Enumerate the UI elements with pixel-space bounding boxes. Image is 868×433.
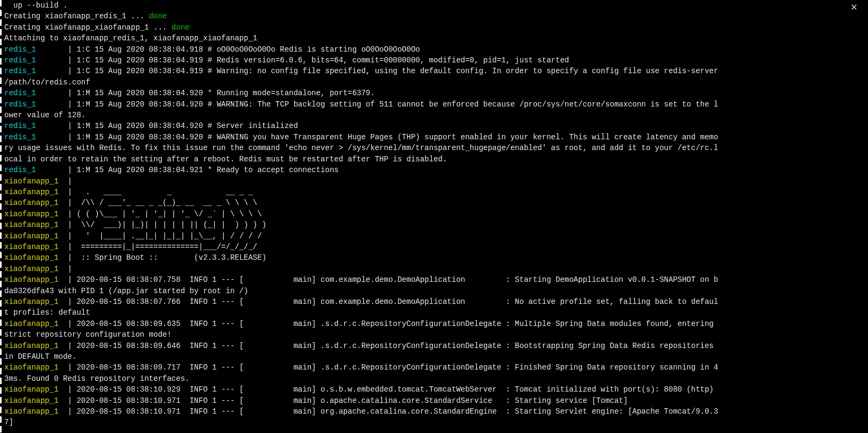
terminal-text: xiaofanapp_1 bbox=[4, 253, 68, 262]
terminal-text: ocal in order to retain the setting afte… bbox=[4, 155, 447, 164]
terminal-line: ry usage issues with Redis. To fix this … bbox=[4, 143, 868, 153]
terminal-line: xiaofanapp_1 | 2020-08-15 08:38:09.646 I… bbox=[4, 340, 868, 351]
terminal-text: | bbox=[68, 177, 72, 186]
terminal-text: xiaofanapp_1 bbox=[4, 198, 68, 207]
terminal-text: 2020-08-15 08:38:10.971 INFO 1 --- [ mai… bbox=[72, 407, 718, 416]
terminal-text: | bbox=[68, 100, 72, 109]
terminal-text: | bbox=[68, 396, 72, 405]
terminal-line: t profiles: default bbox=[4, 307, 868, 318]
terminal-line: xiaofanapp_1 | 2020-08-15 08:38:07.758 I… bbox=[4, 274, 868, 285]
terminal-text: ry usage issues with Redis. To fix this … bbox=[4, 144, 718, 152]
terminal-text: 1:C 15 Aug 2020 08:38:04.918 # oO0OoO0Oo… bbox=[72, 45, 420, 54]
terminal-text: . ____ _ __ _ _ bbox=[72, 188, 253, 196]
terminal-text: redis_1 bbox=[4, 89, 68, 97]
terminal-line: xiaofanapp_1 | 2020-08-15 08:38:09.635 I… bbox=[4, 318, 868, 329]
terminal-text: xiaofanapp_1 bbox=[4, 221, 68, 229]
terminal-line: redis_1 | 1:C 15 Aug 2020 08:38:04.919 #… bbox=[4, 66, 868, 76]
terminal-text: | bbox=[68, 89, 72, 97]
terminal-line: Creating xiaofanapp_redis_1 ... done bbox=[4, 11, 868, 22]
terminal-text: 2020-08-15 08:38:09.646 INFO 1 --- [ mai… bbox=[72, 342, 718, 350]
terminal-text: 1:M 15 Aug 2020 08:38:04.920 # WARNING y… bbox=[72, 133, 718, 141]
terminal-text: 3ms. Found 0 Redis repository interfaces… bbox=[4, 374, 189, 383]
terminal-line: redis_1 | 1:M 15 Aug 2020 08:38:04.920 #… bbox=[4, 132, 868, 143]
terminal-text: redis_1 bbox=[4, 166, 68, 174]
terminal-text: | bbox=[68, 407, 72, 416]
terminal-text: =========|_|==============|___/=/_/_/_/ bbox=[72, 243, 257, 251]
terminal-text: /\\ / ___'_ __ _ _(_)_ __ __ _ \ \ \ \ bbox=[72, 198, 257, 207]
terminal-text: 2020-08-15 08:38:07.758 INFO 1 --- [ mai… bbox=[72, 275, 718, 284]
terminal-text: xiaofanapp_1 bbox=[4, 243, 68, 251]
terminal-text: | bbox=[68, 385, 72, 394]
terminal-text: redis_1 bbox=[4, 45, 68, 54]
terminal-text: | bbox=[68, 45, 72, 54]
terminal-line: da0326dfa43 with PID 1 (/app.jar started… bbox=[4, 286, 868, 296]
terminal-line: xiaofanapp_1 | =========|_|=============… bbox=[4, 242, 868, 252]
terminal-line: xiaofanapp_1 | ( ( )\___ | '_ | '_| | '_… bbox=[4, 209, 868, 219]
terminal-text: 2020-08-15 08:38:10.929 INFO 1 --- [ mai… bbox=[72, 385, 714, 394]
terminal-text: xiaofanapp_1 bbox=[4, 188, 68, 196]
scroll-indicator[interactable] bbox=[0, 0, 2, 433]
terminal-text: done bbox=[172, 23, 190, 32]
terminal-text: \\/ ___)| |_)| | | | | || (_| | ) ) ) ) bbox=[72, 221, 266, 229]
terminal-line: strict repository configuration mode! bbox=[4, 329, 868, 340]
terminal-line: in DEFAULT mode. bbox=[4, 351, 868, 362]
terminal-text: | bbox=[68, 67, 72, 75]
terminal-text: xiaofanapp_1 bbox=[4, 342, 68, 350]
terminal-line: xiaofanapp_1 | 2020-08-15 08:38:07.766 I… bbox=[4, 296, 868, 307]
terminal-text: | bbox=[68, 122, 72, 130]
terminal-text: 1:M 15 Aug 2020 08:38:04.921 * Ready to … bbox=[72, 166, 339, 174]
terminal-text: | bbox=[68, 297, 72, 306]
terminal-text: Attaching to xiaofanapp_redis_1, xiaofan… bbox=[4, 34, 257, 42]
terminal-text: 1:M 15 Aug 2020 08:38:04.920 * Running m… bbox=[72, 89, 375, 97]
terminal-text: redis_1 bbox=[4, 100, 68, 109]
terminal-text: 2020-08-15 08:38:09.717 INFO 1 --- [ mai… bbox=[72, 363, 718, 372]
terminal-text: done bbox=[149, 12, 167, 20]
terminal-line: xiaofanapp_1 | \\/ ___)| |_)| | | | | ||… bbox=[4, 219, 868, 230]
terminal-line: xiaofanapp_1 | bbox=[4, 264, 868, 274]
terminal-line: ower value of 128. bbox=[4, 110, 868, 120]
terminal-text: Creating xiaofanapp_xiaofanapp_1 ... bbox=[4, 23, 172, 32]
terminal-text: xiaofanapp_1 bbox=[4, 177, 68, 186]
terminal-text: redis_1 bbox=[4, 67, 68, 75]
terminal-text: 2020-08-15 08:38:07.766 INFO 1 --- [ mai… bbox=[72, 297, 718, 306]
terminal-line: up --build . bbox=[4, 0, 868, 11]
terminal-text: xiaofanapp_1 bbox=[4, 385, 68, 394]
terminal-line: Attaching to xiaofanapp_redis_1, xiaofan… bbox=[4, 33, 868, 44]
terminal-line: xiaofanapp_1 | 2020-08-15 08:38:09.717 I… bbox=[4, 362, 868, 373]
terminal-text: xiaofanapp_1 bbox=[4, 363, 68, 372]
terminal-output: up --build .Creating xiaofanapp_redis_1 … bbox=[4, 0, 868, 428]
terminal-line: redis_1 | 1:M 15 Aug 2020 08:38:04.920 #… bbox=[4, 99, 868, 110]
terminal-text: xiaofanapp_1 bbox=[4, 232, 68, 240]
terminal-text: xiaofanapp_1 bbox=[4, 396, 68, 405]
terminal-line: xiaofanapp_1 | 2020-08-15 08:38:10.971 I… bbox=[4, 406, 868, 417]
terminal-text: in DEFAULT mode. bbox=[4, 352, 76, 361]
terminal-text: xiaofanapp_1 bbox=[4, 320, 68, 328]
terminal-line: 7] bbox=[4, 417, 868, 428]
terminal-text: /path/to/redis.conf bbox=[4, 78, 90, 87]
terminal-line: xiaofanapp_1 | :: Spring Boot :: (v2.3.3… bbox=[4, 252, 868, 263]
terminal-text: xiaofanapp_1 bbox=[4, 210, 68, 218]
terminal-text: :: Spring Boot :: (v2.3.3.RELEASE) bbox=[72, 253, 266, 262]
terminal-text: | bbox=[68, 363, 72, 372]
terminal-text: | bbox=[68, 188, 72, 196]
terminal-text: ' |____| .__|_| |_|_| |_\__, | / / / / bbox=[72, 232, 262, 240]
terminal-line: /path/to/redis.conf bbox=[4, 77, 868, 88]
terminal-text: | bbox=[68, 253, 72, 262]
terminal-text: 7] bbox=[4, 418, 13, 427]
terminal-text: redis_1 bbox=[4, 56, 68, 65]
terminal-text: | bbox=[68, 265, 72, 273]
terminal-text: Creating xiaofanapp_redis_1 ... bbox=[4, 12, 149, 20]
terminal-line: 3ms. Found 0 Redis repository interfaces… bbox=[4, 373, 868, 384]
terminal-text: xiaofanapp_1 bbox=[4, 265, 68, 273]
terminal-text: 2020-08-15 08:38:09.635 INFO 1 --- [ mai… bbox=[72, 320, 718, 328]
terminal-text: | bbox=[68, 275, 72, 284]
terminal-text: | bbox=[68, 243, 72, 251]
terminal-text: 1:M 15 Aug 2020 08:38:04.920 # Server in… bbox=[72, 122, 298, 130]
terminal-text: 1:M 15 Aug 2020 08:38:04.920 # WARNING: … bbox=[72, 100, 718, 109]
terminal-text: xiaofanapp_1 bbox=[4, 297, 68, 306]
terminal-text: 1:C 15 Aug 2020 08:38:04.919 # Warning: … bbox=[72, 67, 723, 75]
terminal-line: xiaofanapp_1 | ' |____| .__|_| |_|_| |_\… bbox=[4, 231, 868, 242]
terminal-text: | bbox=[68, 133, 72, 141]
terminal-line: redis_1 | 1:C 15 Aug 2020 08:38:04.918 #… bbox=[4, 44, 868, 55]
terminal-text: | bbox=[68, 342, 72, 350]
